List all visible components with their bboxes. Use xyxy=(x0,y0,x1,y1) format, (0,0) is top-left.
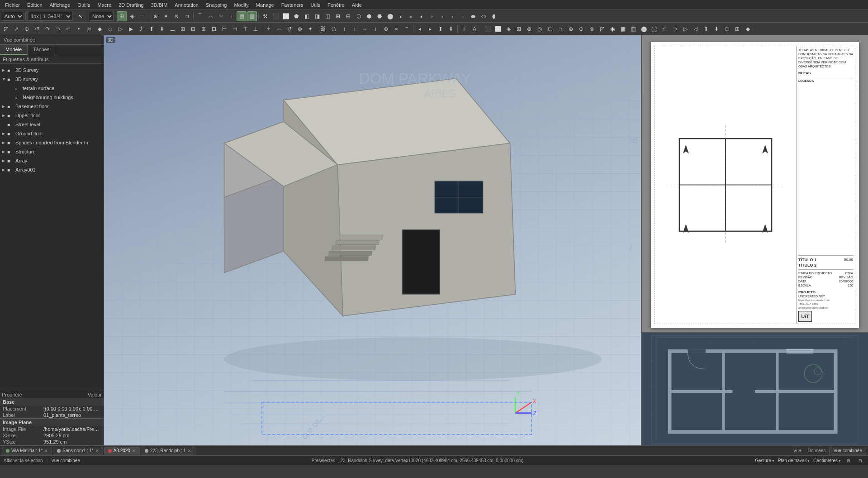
viewport-drawing-top[interactable]: TODAS AS MEDIDAS DEVEM SER CONFIRMADAS N… xyxy=(642,35,868,332)
r2-e13[interactable]: ◉ xyxy=(607,24,617,34)
r2-chain3[interactable]: ↕ xyxy=(339,24,349,34)
menu-macro[interactable]: Macro xyxy=(94,1,114,9)
r2-e10[interactable]: ⊙ xyxy=(576,24,586,34)
bim-tool12-btn[interactable]: ⬣ xyxy=(375,11,384,21)
r2-e1[interactable]: ⬛ xyxy=(483,24,493,34)
unit-control[interactable]: Centimètres ▾ xyxy=(813,458,841,463)
r2-btn16[interactable]: ⬇ xyxy=(157,24,167,34)
menu-utils[interactable]: Utils xyxy=(308,1,323,9)
r2-e6[interactable]: ◎ xyxy=(535,24,545,34)
menu-manage[interactable]: Manage xyxy=(253,1,277,9)
workplane-control[interactable]: Plan de travail ▾ xyxy=(778,458,810,463)
tool1-btn[interactable]: ⊕ xyxy=(151,11,161,21)
r2-e9[interactable]: ⊕ xyxy=(566,24,576,34)
bim-tool15-btn[interactable]: ⬦ xyxy=(406,11,416,21)
r2-chain1[interactable]: ⛓ xyxy=(318,24,328,34)
bim-tool23-btn[interactable]: ⬮ xyxy=(489,11,499,21)
bim-tool4-btn[interactable]: ⬟ xyxy=(291,11,301,21)
r2-e7[interactable]: ⬡ xyxy=(545,24,555,34)
tree-item-ground-floor[interactable]: ▶ ■ Ground floor xyxy=(0,129,104,138)
bim-tool9-btn[interactable]: ⊟ xyxy=(343,11,353,21)
tool4-btn[interactable]: ⊐ xyxy=(182,11,192,21)
r2-btn19[interactable]: ⊟ xyxy=(188,24,198,34)
vue-combinee-status[interactable]: Vue combinée xyxy=(51,458,80,463)
tab-close-3[interactable]: ✕ xyxy=(132,449,136,453)
menu-fasteners[interactable]: Fasteners xyxy=(278,1,307,9)
prop-section-title-0[interactable]: Base xyxy=(0,398,104,406)
r2-btn25[interactable]: ⊥ xyxy=(251,24,261,34)
snap-active-btn[interactable]: ▦ xyxy=(237,11,247,21)
tab-223-randolph[interactable]: 223_Randolph : 1 ✕ xyxy=(141,447,195,454)
r2-arr4[interactable]: ⬇ xyxy=(446,24,456,34)
r2-circ2[interactable]: ⊛ xyxy=(295,24,305,34)
tree-item-neighbouring-buildings[interactable]: ○ Neighbouring buildings xyxy=(0,93,104,102)
r2-dim1[interactable]: A xyxy=(470,24,479,34)
tool7-btn[interactable]: ⌔ xyxy=(216,11,226,21)
r2-btn17[interactable]: ⚊ xyxy=(167,24,177,34)
menu-annotation[interactable]: Annotation xyxy=(171,1,202,9)
bim-tool3-btn[interactable]: ⬜ xyxy=(281,11,291,21)
bim-tool1-btn[interactable]: ⚒ xyxy=(260,11,270,21)
tree-item-array001[interactable]: ▶ ■ Array001 xyxy=(0,165,104,174)
r2-wave1[interactable]: ≈ xyxy=(391,24,401,34)
r2-btn23[interactable]: ⊣ xyxy=(230,24,240,34)
bim-tool8-btn[interactable]: ⊞ xyxy=(333,11,343,21)
tab-taches[interactable]: Tâches xyxy=(28,45,55,55)
r2-btn13[interactable]: ▶ xyxy=(126,24,136,34)
r2-btn24[interactable]: ⊤ xyxy=(240,24,250,34)
menu-outils[interactable]: Outils xyxy=(74,1,93,9)
tree-item-spaces-blender[interactable]: ▶ ■ Spaces imported from Blender m xyxy=(0,138,104,147)
bim-tool6-btn[interactable]: ◨ xyxy=(312,11,322,21)
menu-fenetre[interactable]: Fenêtre xyxy=(324,1,348,9)
r2-e4[interactable]: ⊞ xyxy=(514,24,524,34)
bim-tool13-btn[interactable]: ⬤ xyxy=(385,11,395,21)
r2-btn5[interactable]: ↷ xyxy=(43,24,52,34)
r2-btn7[interactable]: ⊂ xyxy=(63,24,73,34)
r2-arrow1[interactable]: ↔ xyxy=(274,24,284,34)
bim-tool19-btn[interactable]: ⬪ xyxy=(447,11,457,21)
r2-btn2[interactable]: ↗ xyxy=(11,24,21,34)
r2-arr3[interactable]: ⬆ xyxy=(436,24,446,34)
bim-tool10-btn[interactable]: ⬡ xyxy=(354,11,364,21)
snap-pts-btn[interactable]: ◈ xyxy=(127,11,137,21)
tree-item-terrain-surface[interactable]: ○ terrain surface xyxy=(0,84,104,93)
afficher-selection-btn[interactable]: Afficher la sélection xyxy=(4,458,43,463)
r2-circ1[interactable]: ↺ xyxy=(285,24,294,34)
bim-tool7-btn[interactable]: ◫ xyxy=(323,11,332,21)
r2-btn21[interactable]: ⊡ xyxy=(209,24,219,34)
r2-e25[interactable]: ⊞ xyxy=(732,24,742,34)
r2-e8[interactable]: ⊃ xyxy=(555,24,565,34)
r2-e21[interactable]: ◁ xyxy=(691,24,701,34)
snap-grid-btn[interactable]: ⊞ xyxy=(117,11,127,21)
menu-3dbim[interactable]: 3D/BIM xyxy=(148,1,171,9)
tab-sans-nom[interactable]: Sans nom1 : 1* ✕ xyxy=(53,447,103,454)
bim-tool20-btn[interactable]: ⬫ xyxy=(458,11,468,21)
menu-affichage[interactable]: Affichage xyxy=(47,1,74,9)
r2-e11[interactable]: ⊗ xyxy=(587,24,597,34)
snap-end-btn[interactable]: □ xyxy=(138,11,147,21)
snap-mode-select[interactable]: Auto xyxy=(1,12,24,21)
r2-arr1[interactable]: ◂ xyxy=(415,24,425,34)
tree-item-3d-survey[interactable]: ▼ ■ 3D survey xyxy=(0,75,104,84)
r2-btn6[interactable]: ⊃ xyxy=(53,24,63,34)
r2-btn14[interactable]: ⤴ xyxy=(136,24,146,34)
menu-2d-drafting[interactable]: 2D Drafting xyxy=(115,1,147,9)
bim-tool11-btn[interactable]: ⬢ xyxy=(364,11,374,21)
bim-tool18-btn[interactable]: ⬩ xyxy=(437,11,447,21)
view-btn-1[interactable]: ⊞ xyxy=(844,457,853,465)
r2-btn12[interactable]: ▷ xyxy=(115,24,125,34)
tree-item-basement-floor[interactable]: ▶ ■ Basement floor xyxy=(0,102,104,111)
r2-e17[interactable]: ◯ xyxy=(649,24,659,34)
bim-tool5-btn[interactable]: ◧ xyxy=(302,11,312,21)
tool6-btn[interactable]: ⌓ xyxy=(205,11,215,21)
r2-btn9[interactable]: ≋ xyxy=(84,24,94,34)
bim-tool22-btn[interactable]: ⬭ xyxy=(479,11,489,21)
bim-tool21-btn[interactable]: ⬬ xyxy=(468,11,478,21)
bim-tool14-btn[interactable]: ⬥ xyxy=(395,11,405,21)
menu-edition[interactable]: Édition xyxy=(24,1,46,9)
view-btn-2[interactable]: ⊟ xyxy=(856,457,864,465)
snap-active2-btn[interactable]: ▥ xyxy=(247,11,257,21)
viewport-3d[interactable]: X Y Z DOM PARKWAY ARIES SS 7 CLIF DIL...… xyxy=(104,35,642,445)
tool5-btn[interactable]: ⌒ xyxy=(195,11,205,21)
r2-e22[interactable]: ⬆ xyxy=(701,24,711,34)
